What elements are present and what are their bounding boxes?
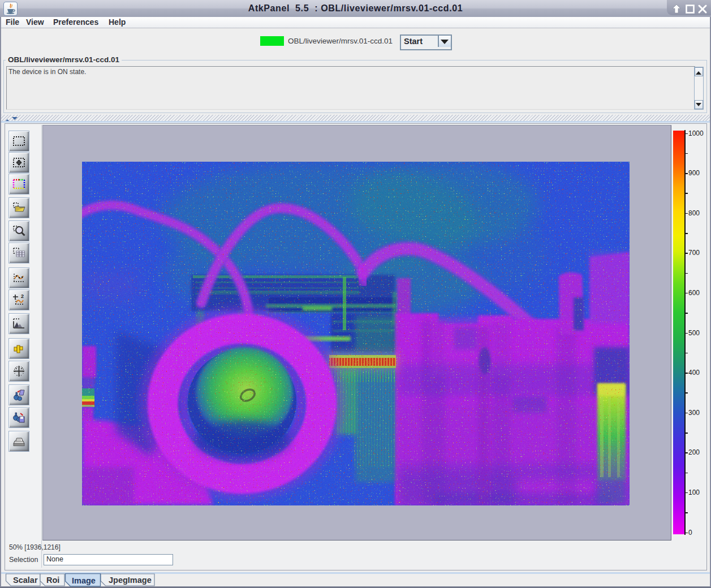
svg-text:Image: Image — [72, 576, 96, 585]
svg-text:Scalar: Scalar — [13, 576, 38, 585]
svg-text:Roi: Roi — [46, 576, 59, 585]
svg-text:2: 2 — [21, 293, 24, 299]
svg-text:JpegImage: JpegImage — [109, 576, 152, 585]
